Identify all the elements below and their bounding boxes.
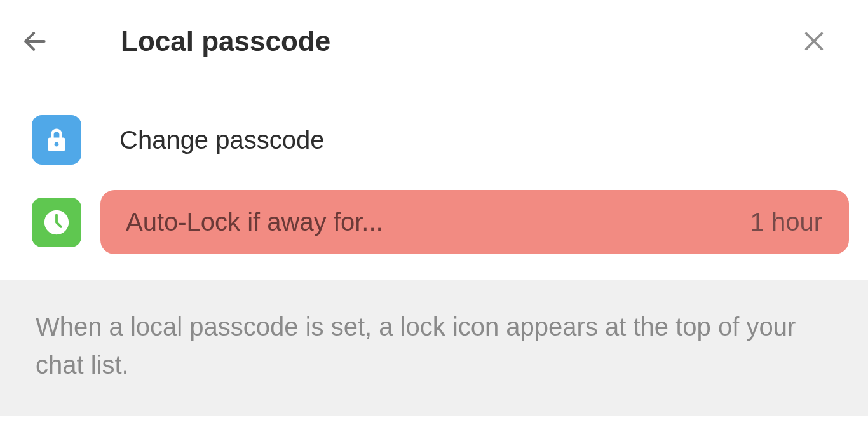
change-passcode-item[interactable]: Change passcode: [0, 102, 868, 177]
lock-icon-box: [32, 115, 81, 165]
back-button[interactable]: [19, 25, 51, 57]
auto-lock-label: Auto-Lock if away for...: [126, 208, 750, 236]
auto-lock-item[interactable]: Auto-Lock if away for... 1 hour: [0, 177, 868, 273]
footer-note: When a local passcode is set, a lock ico…: [0, 280, 868, 416]
footer-text: When a local passcode is set, a lock ico…: [36, 308, 836, 384]
header: Local passcode: [0, 0, 868, 83]
close-button[interactable]: [798, 25, 830, 57]
auto-lock-highlight[interactable]: Auto-Lock if away for... 1 hour: [100, 190, 849, 254]
settings-list: Change passcode Auto-Lock if away for...…: [0, 83, 868, 273]
page-title: Local passcode: [121, 25, 798, 57]
change-passcode-label: Change passcode: [119, 126, 843, 154]
lock-icon: [43, 126, 70, 153]
close-icon: [801, 28, 827, 55]
auto-lock-value: 1 hour: [750, 208, 822, 236]
arrow-left-icon: [21, 27, 49, 55]
clock-icon-box: [32, 198, 81, 247]
clock-icon: [42, 208, 71, 237]
